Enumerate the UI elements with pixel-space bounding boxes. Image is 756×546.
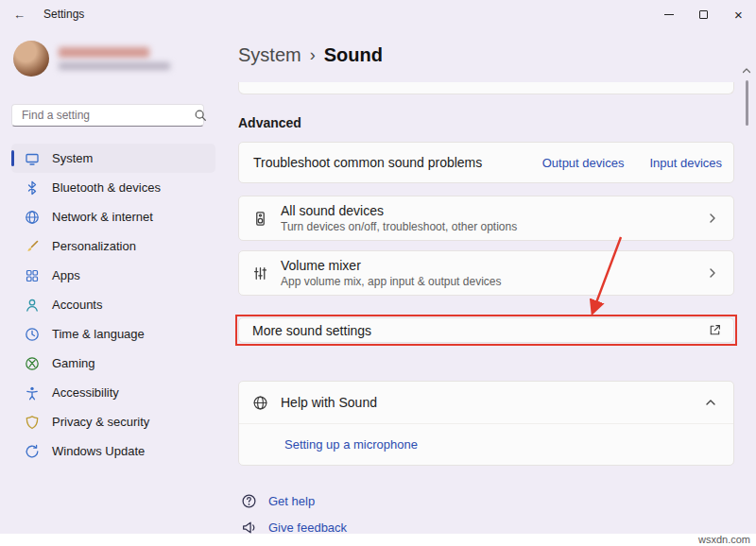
breadcrumb: System › Sound: [238, 43, 734, 68]
user-name-redacted: [59, 47, 170, 70]
breadcrumb-separator: ›: [310, 45, 316, 65]
web-globe-icon: [252, 395, 268, 411]
person-icon: [25, 298, 40, 313]
settings-window: ← Settings ×: [0, 0, 756, 546]
sidebar-item-label: Network & internet: [52, 210, 153, 224]
window-controls: ×: [651, 0, 756, 28]
user-name-blur: [59, 47, 149, 58]
breadcrumb-system[interactable]: System: [238, 44, 301, 66]
search-icon: [194, 109, 207, 122]
section-header: Advanced: [238, 115, 734, 130]
paintbrush-icon: [25, 239, 40, 254]
feedback-megaphone-icon: [241, 520, 257, 536]
search-input[interactable]: [11, 104, 204, 127]
help-card: Help with Sound Setting up a microphone: [238, 381, 734, 466]
sidebar-item-privacy-security[interactable]: Privacy & security: [11, 407, 215, 436]
sidebar: System Bluetooth & devices Network & int…: [0, 28, 227, 546]
chevron-right-icon: [705, 265, 720, 281]
search-box: [11, 104, 215, 127]
annotation-highlight-box: [235, 315, 737, 346]
user-email-blur: [59, 62, 170, 70]
sidebar-item-label: Accessibility: [52, 385, 119, 400]
main-content: System › Sound Advanced Troubleshoot com…: [227, 28, 756, 546]
breadcrumb-sound: Sound: [324, 44, 383, 66]
all-sound-devices-title: All sound devices: [281, 203, 517, 218]
apps-grid-icon: [25, 268, 40, 283]
sidebar-item-label: Personalization: [52, 239, 136, 253]
all-sound-devices-subtitle: Turn devices on/off, troubleshoot, other…: [281, 220, 517, 233]
volume-mixer-subtitle: App volume mix, app input & output devic…: [281, 275, 501, 288]
sidebar-item-label: Gaming: [52, 356, 95, 370]
maximize-button[interactable]: [686, 0, 721, 28]
footer-links: Get help Give feedback: [238, 491, 734, 537]
back-icon[interactable]: ←: [13, 8, 32, 22]
sidebar-item-label: Accounts: [52, 298, 102, 312]
minimize-button[interactable]: [651, 0, 686, 28]
troubleshoot-card: Troubleshoot common sound problems Outpu…: [238, 142, 734, 183]
display-icon: [25, 151, 40, 166]
sidebar-item-personalization[interactable]: Personalization: [11, 231, 215, 261]
sidebar-item-bluetooth-devices[interactable]: Bluetooth & devices: [11, 173, 215, 202]
volume-mixer-icon: [252, 265, 268, 282]
window-title: Settings: [43, 8, 84, 21]
sidebar-item-label: Bluetooth & devices: [52, 180, 161, 195]
accessibility-person-icon: [25, 385, 40, 401]
help-card-title: Help with Sound: [281, 395, 377, 410]
avatar: [13, 41, 49, 77]
sidebar-nav: System Bluetooth & devices Network & int…: [11, 144, 215, 466]
xbox-icon: [25, 356, 40, 371]
sidebar-item-label: Time & language: [52, 327, 145, 341]
help-card-header[interactable]: Help with Sound: [239, 382, 733, 423]
all-sound-devices-card[interactable]: All sound devices Turn devices on/off, t…: [238, 196, 734, 241]
sidebar-item-accessibility[interactable]: Accessibility: [11, 378, 215, 407]
scrollbar[interactable]: [742, 67, 751, 126]
input-devices-link[interactable]: Input devices: [649, 156, 722, 170]
close-button[interactable]: ×: [721, 0, 756, 28]
update-icon: [25, 444, 40, 459]
sidebar-item-system[interactable]: System: [11, 144, 215, 173]
watermark: wsxdn.com: [0, 534, 756, 546]
setting-up-microphone-link[interactable]: Setting up a microphone: [284, 437, 418, 452]
sidebar-item-gaming[interactable]: Gaming: [11, 349, 215, 378]
sidebar-item-apps[interactable]: Apps: [11, 261, 215, 290]
scrollbar-thumb[interactable]: [746, 80, 748, 126]
chevron-up-icon: [703, 395, 718, 410]
sidebar-item-windows-update[interactable]: Windows Update: [11, 436, 215, 466]
give-feedback-label: Give feedback: [268, 520, 347, 535]
scrolled-card-edge[interactable]: [238, 82, 734, 94]
get-help-label: Get help: [268, 494, 315, 508]
globe-icon: [25, 210, 40, 225]
volume-mixer-title: Volume mixer: [281, 258, 501, 273]
more-sound-settings-card[interactable]: More sound settings: [238, 317, 734, 343]
sidebar-item-label: Windows Update: [52, 444, 145, 458]
bluetooth-icon: [25, 180, 40, 196]
volume-mixer-card[interactable]: Volume mixer App volume mix, app input &…: [238, 250, 734, 296]
output-devices-link[interactable]: Output devices: [542, 156, 625, 170]
sidebar-item-time-language[interactable]: Time & language: [11, 319, 215, 349]
sidebar-item-label: Privacy & security: [52, 415, 149, 429]
troubleshoot-label: Troubleshoot common sound problems: [253, 155, 482, 170]
titlebar: ← Settings ×: [0, 0, 756, 28]
sidebar-item-label: System: [52, 151, 93, 165]
chevron-right-icon: [705, 211, 720, 226]
get-help-icon: [241, 493, 257, 509]
shield-icon: [25, 415, 40, 430]
clock-icon: [25, 327, 40, 342]
user-account-card[interactable]: [11, 41, 215, 77]
scroll-up-icon[interactable]: [742, 67, 751, 75]
sidebar-item-accounts[interactable]: Accounts: [11, 290, 215, 319]
sidebar-item-label: Apps: [52, 268, 80, 282]
speaker-device-icon: [252, 211, 268, 227]
get-help-link[interactable]: Get help: [238, 491, 734, 510]
help-card-body: Setting up a microphone: [239, 423, 733, 465]
sidebar-item-network-internet[interactable]: Network & internet: [11, 202, 215, 231]
